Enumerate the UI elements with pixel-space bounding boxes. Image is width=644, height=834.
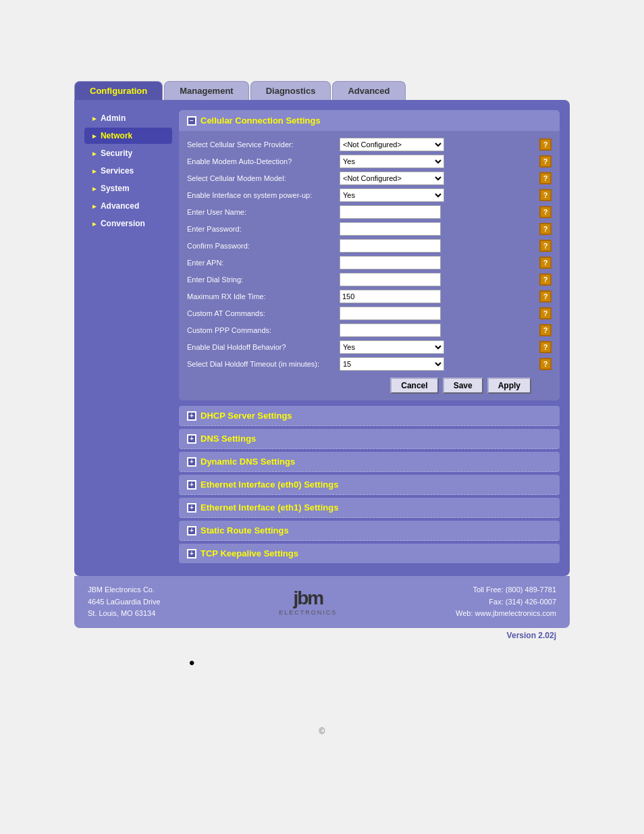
footer-logo-area: jbm ELECTRONICS: [279, 588, 337, 616]
collapse-icon: −: [187, 116, 196, 126]
help-confirm-password[interactable]: ?: [539, 240, 552, 252]
cellular-section: − Cellular Connection Settings Select Ce…: [179, 110, 560, 400]
cancel-button[interactable]: Cancel: [390, 377, 438, 394]
help-ppp-commands[interactable]: ?: [539, 324, 552, 336]
expand-icon: +: [187, 434, 196, 444]
sidebar-item-admin[interactable]: ► Admin: [84, 110, 172, 126]
label-username: Enter User Name:: [187, 208, 336, 216]
form-row-holdoff-timeout: Select Dial Holdoff Timeout (in minutes)…: [187, 357, 552, 371]
help-apn[interactable]: ?: [539, 257, 552, 269]
help-at-commands[interactable]: ?: [539, 307, 552, 319]
tab-bar: Configuration Management Diagnostics Adv…: [74, 81, 570, 100]
label-rx-idle: Maximum RX Idle Time:: [187, 292, 336, 301]
form-row-rx-idle: Maximum RX Idle Time: ?: [187, 290, 552, 303]
help-rx-idle[interactable]: ?: [539, 290, 552, 303]
input-dial-string[interactable]: [340, 273, 441, 286]
section-static-route[interactable]: + Static Route Settings: [179, 521, 560, 541]
section-eth1[interactable]: + Ethernet Interface (eth1) Settings: [179, 498, 560, 518]
apply-button[interactable]: Apply: [487, 377, 531, 394]
input-rx-idle[interactable]: [340, 290, 441, 303]
arrow-icon: ►: [91, 185, 98, 192]
tab-diagnostics[interactable]: Diagnostics: [250, 81, 331, 100]
input-username[interactable]: [340, 205, 441, 219]
form-row-confirm-password: Confirm Password: ?: [187, 239, 552, 253]
select-auto-detect[interactable]: Yes No: [340, 155, 444, 168]
section-dynamic-dns[interactable]: + Dynamic DNS Settings: [179, 452, 560, 472]
input-apn[interactable]: [340, 256, 441, 269]
help-holdoff-timeout[interactable]: ?: [539, 358, 552, 370]
static-route-label: Static Route Settings: [200, 525, 289, 536]
help-auto-detect[interactable]: ?: [539, 155, 552, 167]
label-power-up: Enable Interface on system power-up:: [187, 191, 336, 199]
copyright: ©: [74, 727, 570, 736]
expand-icon: +: [187, 457, 196, 467]
help-holdoff[interactable]: ?: [539, 341, 552, 353]
arrow-icon: ►: [91, 203, 98, 210]
input-at-commands[interactable]: [340, 307, 441, 320]
label-password: Enter Password:: [187, 225, 336, 233]
expand-icon: +: [187, 526, 196, 536]
tab-advanced[interactable]: Advanced: [332, 81, 405, 100]
help-provider[interactable]: ?: [539, 138, 552, 151]
form-row-password: Enter Password: ?: [187, 222, 552, 236]
label-ppp-commands: Custom PPP Commands:: [187, 326, 336, 334]
main-panel: ► Admin ► Network ► Security ► Services …: [74, 100, 570, 576]
sidebar-item-services[interactable]: ► Services: [84, 163, 172, 179]
arrow-icon: ►: [91, 167, 98, 175]
footer-contact: Toll Free: (800) 489-7781 Fax: (314) 426…: [456, 584, 556, 620]
expand-icon: +: [187, 411, 196, 421]
form-row-modem-model: Select Cellular Modem Model: <Not Config…: [187, 172, 552, 185]
label-modem-model: Select Cellular Modem Model:: [187, 174, 336, 182]
cellular-section-header[interactable]: − Cellular Connection Settings: [179, 110, 560, 131]
input-ppp-commands[interactable]: [340, 323, 441, 337]
tab-management[interactable]: Management: [164, 81, 248, 100]
form-row-ppp-commands: Custom PPP Commands: ?: [187, 323, 552, 337]
input-confirm-password[interactable]: [340, 239, 441, 253]
sidebar-item-network[interactable]: ► Network: [84, 128, 172, 144]
arrow-icon: ►: [91, 132, 98, 140]
tab-configuration[interactable]: Configuration: [74, 81, 163, 100]
label-apn: Enter APN:: [187, 259, 336, 267]
sidebar: ► Admin ► Network ► Security ► Services …: [84, 110, 172, 566]
form-row-auto-detect: Enable Modem Auto-Detection? Yes No ?: [187, 155, 552, 168]
dns-label: DNS Settings: [200, 434, 256, 444]
arrow-icon: ►: [91, 220, 98, 228]
sidebar-item-security[interactable]: ► Security: [84, 145, 172, 161]
form-row-apn: Enter APN: ?: [187, 256, 552, 269]
section-dhcp[interactable]: + DHCP Server Settings: [179, 406, 560, 426]
form-row-provider: Select Cellular Service Provider: <Not C…: [187, 138, 552, 151]
eth0-label: Ethernet Interface (eth0) Settings: [200, 479, 338, 490]
dynamic-dns-label: Dynamic DNS Settings: [200, 457, 295, 467]
select-modem-model[interactable]: <Not Configured>: [340, 172, 444, 185]
section-dns[interactable]: + DNS Settings: [179, 429, 560, 449]
select-holdoff-timeout[interactable]: 15 30 60: [340, 357, 444, 371]
select-provider[interactable]: <Not Configured>: [340, 138, 444, 151]
select-holdoff[interactable]: Yes No: [340, 340, 444, 354]
help-password[interactable]: ?: [539, 223, 552, 235]
save-button[interactable]: Save: [443, 377, 483, 394]
bullet-point: •: [189, 654, 570, 673]
expand-icon: +: [187, 480, 196, 490]
form-buttons: Cancel Save Apply: [187, 377, 552, 394]
label-at-commands: Custom AT Commands:: [187, 309, 336, 317]
footer: JBM Electronics Co. 4645 LaGuardia Drive…: [74, 576, 570, 628]
input-password[interactable]: [340, 222, 441, 236]
help-power-up[interactable]: ?: [539, 189, 552, 201]
help-modem-model[interactable]: ?: [539, 172, 552, 184]
form-row-dial-string: Enter Dial String: ?: [187, 273, 552, 286]
section-eth0[interactable]: + Ethernet Interface (eth0) Settings: [179, 475, 560, 495]
arrow-icon: ►: [91, 150, 98, 157]
section-tcp-keepalive[interactable]: + TCP Keepalive Settings: [179, 544, 560, 563]
label-provider: Select Cellular Service Provider:: [187, 140, 336, 149]
select-power-up[interactable]: Yes No: [340, 188, 444, 202]
sidebar-item-system[interactable]: ► System: [84, 180, 172, 197]
form-row-holdoff: Enable Dial Holdoff Behavior? Yes No ?: [187, 340, 552, 354]
sidebar-item-advanced[interactable]: ► Advanced: [84, 198, 172, 214]
help-dial-string[interactable]: ?: [539, 273, 552, 286]
help-username[interactable]: ?: [539, 206, 552, 218]
sidebar-item-conversion[interactable]: ► Conversion: [84, 215, 172, 232]
cellular-section-content: Select Cellular Service Provider: <Not C…: [179, 131, 560, 400]
cellular-section-title: Cellular Connection Settings: [200, 115, 321, 126]
label-holdoff-timeout: Select Dial Holdoff Timeout (in minutes)…: [187, 360, 336, 368]
label-holdoff: Enable Dial Holdoff Behavior?: [187, 343, 336, 351]
